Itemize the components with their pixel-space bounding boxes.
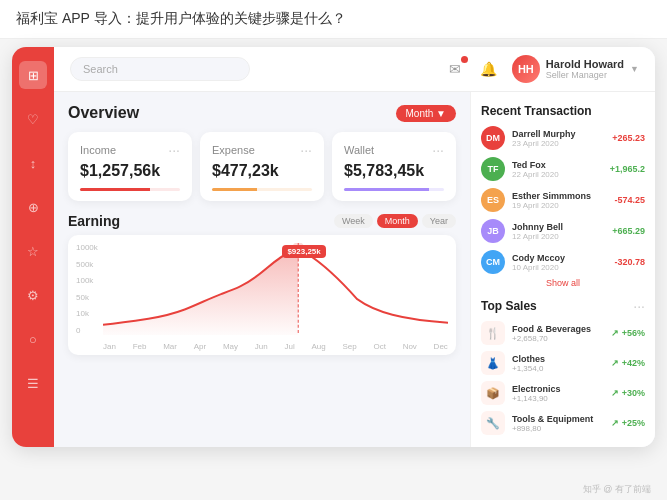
time-btn-month[interactable]: Month	[377, 214, 418, 228]
sales-item-0: 🍴 Food & Beverages +2,658,70 ↗ +56%	[481, 321, 645, 345]
trans-avatar-0: DM	[481, 126, 505, 150]
chart-svg	[103, 243, 448, 335]
x-label-nov: Nov	[403, 342, 417, 351]
sales-trend-2: ↗ +30%	[611, 388, 645, 398]
trans-date-4: 10 April 2020	[512, 263, 607, 272]
sidebar-icon-heart[interactable]: ♡	[19, 105, 47, 133]
main-content: Search ✉ 🔔 HH Harold Howard Seller Manag…	[54, 47, 655, 447]
mail-badge	[461, 56, 468, 63]
sidebar-icon-swap[interactable]: ↕	[19, 149, 47, 177]
x-label-jul: Jul	[284, 342, 294, 351]
trans-avatar-4: CM	[481, 250, 505, 274]
x-label-jun: Jun	[255, 342, 268, 351]
sales-item-3: 🔧 Tools & Equipment +898,80 ↗ +25%	[481, 411, 645, 435]
expense-dots[interactable]: ···	[300, 142, 312, 158]
time-btn-year[interactable]: Year	[422, 214, 456, 228]
top-sales-dots[interactable]: ···	[633, 298, 645, 314]
sales-name-2: Electronics	[512, 384, 604, 394]
transaction-item-0: DM Darrell Murphy 23 April 2020 +265.23	[481, 126, 645, 150]
x-label-oct: Oct	[373, 342, 385, 351]
show-all-button[interactable]: Show all	[481, 278, 645, 288]
trans-date-0: 23 April 2020	[512, 139, 605, 148]
sidebar-icon-star[interactable]: ☆	[19, 237, 47, 265]
sales-val-1: +1,354,0	[512, 364, 604, 373]
trans-info-1: Ted Fox 22 April 2020	[512, 160, 603, 179]
main-card: ⊞ ♡ ↕ ⊕ ☆ ⚙ ○ ☰ Search ✉ 🔔 HH	[12, 47, 655, 447]
banner-text: 福利宝 APP 导入：提升用户体验的关键步骤是什么？	[16, 10, 346, 26]
wallet-bar	[344, 188, 444, 191]
sales-name-3: Tools & Equipment	[512, 414, 604, 424]
trans-info-2: Esther Simmmons 19 April 2020	[512, 191, 607, 210]
x-label-jan: Jan	[103, 342, 116, 351]
trans-date-3: 12 April 2020	[512, 232, 605, 241]
sales-icon-1: 👗	[481, 351, 505, 375]
x-label-may: May	[223, 342, 238, 351]
wallet-dots[interactable]: ···	[432, 142, 444, 158]
wallet-value: $5,783,45k	[344, 162, 444, 180]
trans-name-1: Ted Fox	[512, 160, 603, 170]
sales-icon-2: 📦	[481, 381, 505, 405]
sales-val-3: +898,80	[512, 424, 604, 433]
trans-date-1: 22 April 2020	[512, 170, 603, 179]
sidebar-icon-grid[interactable]: ⊞	[19, 61, 47, 89]
income-label: Income ···	[80, 142, 180, 158]
watermark: 知乎 @ 有了前端	[583, 483, 651, 496]
trans-name-0: Darrell Murphy	[512, 129, 605, 139]
sales-info-1: Clothes +1,354,0	[512, 354, 604, 373]
header: Search ✉ 🔔 HH Harold Howard Seller Manag…	[54, 47, 655, 92]
chart-tooltip: $923,25k	[282, 245, 325, 258]
y-axis: 1000k 500k 100k 50k 10k 0	[76, 243, 98, 335]
sales-info-0: Food & Beverages +2,658,70	[512, 324, 604, 343]
top-banner: 福利宝 APP 导入：提升用户体验的关键步骤是什么？	[0, 0, 667, 39]
trans-name-2: Esther Simmmons	[512, 191, 607, 201]
time-buttons: Week Month Year	[334, 214, 456, 228]
sidebar-icon-plus[interactable]: ⊕	[19, 193, 47, 221]
sales-trend-3: ↗ +25%	[611, 418, 645, 428]
time-btn-week[interactable]: Week	[334, 214, 373, 228]
y-label-50k: 50k	[76, 293, 98, 302]
wallet-label: Wallet ···	[344, 142, 444, 158]
overview-title: Overview	[68, 104, 139, 122]
expense-label: Expense ···	[212, 142, 312, 158]
sidebar-icon-gear[interactable]: ⚙	[19, 281, 47, 309]
transaction-list: DM Darrell Murphy 23 April 2020 +265.23 …	[481, 126, 645, 274]
sales-val-2: +1,143,90	[512, 394, 604, 403]
user-text: Harold Howard Seller Manager	[546, 58, 624, 80]
user-name: Harold Howard	[546, 58, 624, 70]
sales-name-1: Clothes	[512, 354, 604, 364]
mail-icon[interactable]: ✉	[444, 58, 466, 80]
sales-item-1: 👗 Clothes +1,354,0 ↗ +42%	[481, 351, 645, 375]
transaction-item-3: JB Johnny Bell 12 April 2020 +665.29	[481, 219, 645, 243]
top-sales-header: Top Sales ···	[481, 298, 645, 314]
bell-icon[interactable]: 🔔	[478, 58, 500, 80]
sales-icon-0: 🍴	[481, 321, 505, 345]
x-label-aug: Aug	[311, 342, 325, 351]
y-label-10k: 10k	[76, 309, 98, 318]
right-panel: Recent Transaction DM Darrell Murphy 23 …	[470, 92, 655, 447]
search-input[interactable]: Search	[70, 57, 250, 81]
sidebar-icon-circle[interactable]: ○	[19, 325, 47, 353]
transaction-item-4: CM Cody Mccoy 10 April 2020 -320.78	[481, 250, 645, 274]
earning-title: Earning	[68, 213, 120, 229]
trans-amount-3: +665.29	[612, 226, 645, 236]
income-dots[interactable]: ···	[168, 142, 180, 158]
chart-area-fill	[103, 249, 298, 335]
cards-row: Income ··· $1,257,56k Expense ··· $477,2…	[68, 132, 456, 201]
earning-section: Earning Week Month Year 1000k 500k 100k	[68, 213, 456, 355]
period-button[interactable]: Month ▼	[396, 105, 456, 122]
user-info[interactable]: HH Harold Howard Seller Manager ▼	[512, 55, 639, 83]
income-value: $1,257,56k	[80, 162, 180, 180]
trans-info-0: Darrell Murphy 23 April 2020	[512, 129, 605, 148]
trans-amount-0: +265.23	[612, 133, 645, 143]
recent-transactions-title: Recent Transaction	[481, 104, 645, 118]
y-label-1000k: 1000k	[76, 243, 98, 252]
x-axis: Jan Feb Mar Apr May Jun Jul Aug Sep Oct …	[103, 342, 448, 351]
header-icons: ✉ 🔔 HH Harold Howard Seller Manager ▼	[444, 55, 639, 83]
sales-icon-3: 🔧	[481, 411, 505, 435]
x-label-mar: Mar	[163, 342, 177, 351]
trans-amount-1: +1,965.2	[610, 164, 645, 174]
content-area: Overview Month ▼ Income ··· $1,257,56k	[54, 92, 655, 447]
sidebar-icon-menu[interactable]: ☰	[19, 369, 47, 397]
y-label-0: 0	[76, 326, 98, 335]
sidebar: ⊞ ♡ ↕ ⊕ ☆ ⚙ ○ ☰	[12, 47, 54, 447]
